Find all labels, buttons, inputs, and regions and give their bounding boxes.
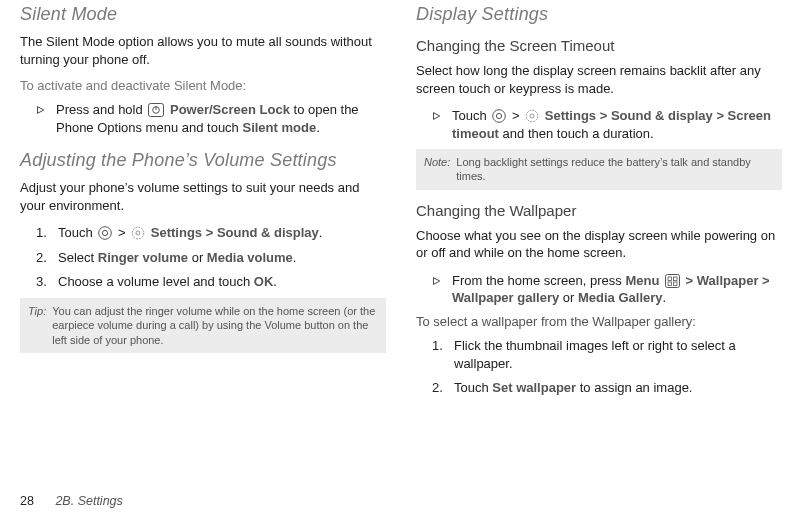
text-segment: or <box>192 250 207 265</box>
heading-wallpaper: Changing the Wallpaper <box>416 202 782 219</box>
step-number: 2. <box>432 379 446 397</box>
note-label: Note: <box>424 155 450 184</box>
step-number: 1. <box>432 337 446 372</box>
text-segment: . <box>293 250 297 265</box>
text-segment: Touch <box>452 108 490 123</box>
tip-message: You can adjust the ringer volume while o… <box>52 304 378 347</box>
svg-rect-12 <box>668 277 672 281</box>
left-column: Silent Mode The Silent Mode option allow… <box>20 4 386 404</box>
svg-point-3 <box>99 227 112 240</box>
svg-point-7 <box>493 110 506 123</box>
tip-callout: Tip: You can adjust the ringer volume wh… <box>20 298 386 353</box>
bold-text: Media volume <box>207 250 293 265</box>
text-segment: . <box>319 225 323 240</box>
step-number: 2. <box>36 249 50 267</box>
svg-rect-11 <box>665 274 679 287</box>
svg-point-10 <box>530 114 534 118</box>
bold-text: Power/Screen Lock <box>170 102 290 117</box>
step-text: Flick the thumbnail images left or right… <box>454 337 782 372</box>
page-number: 28 <box>20 494 34 508</box>
heading-silent-mode: Silent Mode <box>20 4 386 25</box>
home-icon <box>492 109 506 123</box>
step-text: Touch > Settings > Sound & display > Scr… <box>452 107 782 142</box>
text-segment: From the home screen, press <box>452 273 625 288</box>
text-segment: . <box>316 120 320 135</box>
power-lock-icon <box>148 103 164 117</box>
right-column: Display Settings Changing the Screen Tim… <box>416 4 782 404</box>
svg-point-6 <box>136 231 140 235</box>
volume-description: Adjust your phone’s volume settings to s… <box>20 179 386 214</box>
svg-rect-15 <box>673 282 677 286</box>
bold-text: > <box>600 108 611 123</box>
bold-text: > <box>762 273 770 288</box>
text-segment: . <box>663 290 667 305</box>
heading-screen-timeout: Changing the Screen Timeout <box>416 37 782 54</box>
bold-text: Wallpaper <box>697 273 759 288</box>
step-text: Touch Set wallpaper to assign an image. <box>454 379 692 397</box>
svg-rect-13 <box>673 277 677 281</box>
text-segment: > <box>118 225 129 240</box>
page-footer: 28 2B. Settings <box>20 494 123 508</box>
silent-mode-description: The Silent Mode option allows you to mut… <box>20 33 386 68</box>
text-segment: > <box>512 108 523 123</box>
section-crumb: 2B. Settings <box>55 494 122 508</box>
text-segment: to assign an image. <box>580 380 693 395</box>
timeout-step: ᐅ Touch > Settings > Sound & display > S… <box>416 107 782 142</box>
bold-text: > <box>716 108 727 123</box>
note-message: Long backlight settings reduce the batte… <box>456 155 774 184</box>
note-callout: Note: Long backlight settings reduce the… <box>416 149 782 190</box>
svg-point-5 <box>132 227 144 239</box>
bold-text: Set wallpaper <box>492 380 576 395</box>
text-segment: . <box>273 274 277 289</box>
text-segment: or <box>563 290 578 305</box>
bold-text: Settings <box>151 225 202 240</box>
bold-text: Menu <box>625 273 659 288</box>
silent-mode-lead: To activate and deactivate Silent Mode: <box>20 78 386 93</box>
text-segment: and then touch a duration. <box>503 126 654 141</box>
home-icon <box>98 226 112 240</box>
step-text: Select Ringer volume or Media volume. <box>58 249 296 267</box>
wallpaper-gallery-step-1: 1. Flick the thumbnail images left or ri… <box>416 337 782 372</box>
wallpaper-gallery-lead: To select a wallpaper from the Wallpaper… <box>416 314 782 329</box>
bullet-arrow-icon: ᐅ <box>432 272 444 307</box>
volume-step-3: 3. Choose a volume level and touch OK. <box>20 273 386 291</box>
wallpaper-description: Choose what you see on the display scree… <box>416 227 782 262</box>
svg-point-9 <box>526 110 538 122</box>
text-segment: Press and hold <box>56 102 146 117</box>
volume-step-1: 1. Touch > Settings > Sound & display. <box>20 224 386 242</box>
bold-text: Media Gallery <box>578 290 663 305</box>
bold-text: Wallpaper gallery <box>452 290 559 305</box>
bold-text: Settings <box>545 108 596 123</box>
text-segment: Touch <box>58 225 96 240</box>
text-segment: Choose a volume level and touch <box>58 274 254 289</box>
svg-rect-14 <box>668 282 672 286</box>
step-text: Press and hold Power/Screen Lock to open… <box>56 101 386 136</box>
step-number: 3. <box>36 273 50 291</box>
settings-gear-icon <box>131 226 145 240</box>
bold-text: Silent mode <box>242 120 316 135</box>
svg-point-8 <box>497 113 502 118</box>
volume-step-2: 2. Select Ringer volume or Media volume. <box>20 249 386 267</box>
text-segment: Touch <box>454 380 492 395</box>
bullet-arrow-icon: ᐅ <box>432 107 444 142</box>
wallpaper-step: ᐅ From the home screen, press Menu > Wal… <box>416 272 782 307</box>
settings-gear-icon <box>525 109 539 123</box>
timeout-description: Select how long the display screen remai… <box>416 62 782 97</box>
tip-label: Tip: <box>28 304 46 347</box>
svg-point-4 <box>103 231 108 236</box>
heading-display-settings: Display Settings <box>416 4 782 25</box>
step-text: From the home screen, press Menu > Wallp… <box>452 272 782 307</box>
text-segment: Select <box>58 250 98 265</box>
bold-text: > <box>206 225 217 240</box>
bullet-arrow-icon: ᐅ <box>36 101 48 136</box>
bold-text: Ringer volume <box>98 250 188 265</box>
wallpaper-gallery-step-2: 2. Touch Set wallpaper to assign an imag… <box>416 379 782 397</box>
bold-text: Sound & display <box>611 108 713 123</box>
step-number: 1. <box>36 224 50 242</box>
bold-text: Sound & display <box>217 225 319 240</box>
silent-mode-step: ᐅ Press and hold Power/Screen Lock to op… <box>20 101 386 136</box>
bold-text: > <box>686 273 697 288</box>
menu-key-icon <box>665 274 680 288</box>
step-text: Choose a volume level and touch OK. <box>58 273 277 291</box>
heading-volume: Adjusting the Phone’s Volume Settings <box>20 150 386 171</box>
